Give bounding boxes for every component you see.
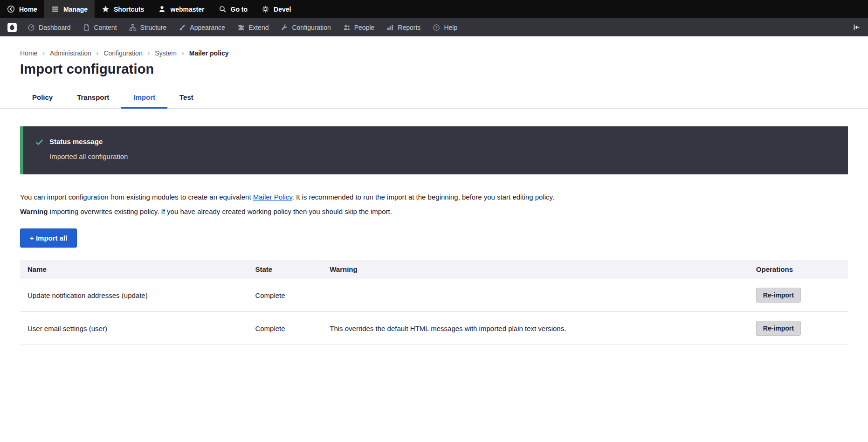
- checkmark-icon: [35, 138, 43, 146]
- warning-paragraph: Warning importing overwrites existing po…: [20, 207, 848, 215]
- main-content: Home › Administration › Configuration › …: [0, 36, 868, 345]
- breadcrumb-separator: ›: [96, 49, 99, 57]
- menu-item-dashboard[interactable]: Dashboard: [21, 18, 77, 36]
- toolbar-item-label: Go to: [231, 6, 248, 13]
- cell-state: Complete: [248, 279, 322, 312]
- toolbar-item-user[interactable]: webmaster: [151, 0, 211, 18]
- menu-item-label: Content: [94, 24, 117, 31]
- toolbar-item-label: Devel: [274, 6, 291, 13]
- cell-name: Update notification addresses (update): [20, 279, 248, 312]
- tab-bar: Policy Transport Import Test: [0, 88, 868, 109]
- breadcrumb-separator: ›: [182, 49, 184, 57]
- menu-item-structure[interactable]: Structure: [123, 18, 173, 36]
- toolbar-item-manage[interactable]: Manage: [44, 0, 95, 18]
- svg-text:?: ?: [435, 25, 438, 30]
- table-header-row: Name State Warning Operations: [20, 260, 848, 279]
- gear-icon: [262, 5, 269, 13]
- toolbar-item-devel[interactable]: Devel: [255, 0, 298, 18]
- menu-item-label: People: [354, 24, 375, 31]
- reimport-button[interactable]: Re-import: [756, 288, 801, 303]
- warning-text: importing overwrites existing policy. If…: [48, 207, 392, 215]
- gauge-icon: [28, 24, 35, 31]
- admin-menu-bar: Dashboard Content Structure: [0, 18, 868, 36]
- tab-test[interactable]: Test: [167, 88, 206, 109]
- cell-warning: [322, 279, 749, 312]
- tab-policy[interactable]: Policy: [20, 88, 65, 109]
- status-message-body: Imported all configuration: [49, 152, 128, 160]
- reimport-button[interactable]: Re-import: [756, 321, 801, 336]
- breadcrumb-system[interactable]: System: [155, 49, 177, 57]
- breadcrumb-administration[interactable]: Administration: [50, 49, 91, 57]
- admin-toolbar: Home Manage Shortcuts webmaster: [0, 0, 868, 18]
- toolbar-item-goto[interactable]: Go to: [212, 0, 255, 18]
- breadcrumb: Home › Administration › Configuration › …: [20, 49, 848, 57]
- import-table: Name State Warning Operations Update not…: [20, 260, 848, 345]
- menu-item-label: Configuration: [292, 24, 331, 31]
- intro-text-after: . It is recommended to run the import at…: [292, 193, 555, 201]
- column-header-state: State: [248, 260, 322, 279]
- document-icon: [83, 24, 90, 31]
- breadcrumb-home[interactable]: Home: [20, 49, 37, 57]
- breadcrumb-mailer-policy: Mailer policy: [189, 49, 229, 57]
- people-icon: [343, 24, 351, 31]
- table-row: Update notification addresses (update) C…: [20, 279, 848, 312]
- toolbar-item-label: Shortcuts: [114, 6, 144, 13]
- toolbar-collapse-icon[interactable]: [845, 18, 868, 36]
- menu-item-label: Structure: [140, 24, 167, 31]
- menu-item-people[interactable]: People: [337, 18, 381, 36]
- menu-item-reports[interactable]: Reports: [380, 18, 427, 36]
- sitemap-icon: [129, 24, 137, 31]
- breadcrumb-separator: ›: [42, 49, 45, 57]
- column-header-warning: Warning: [322, 260, 749, 279]
- breadcrumb-separator: ›: [148, 49, 150, 57]
- column-header-operations: Operations: [749, 260, 848, 279]
- back-arrow-icon: [7, 5, 15, 13]
- column-header-name: Name: [20, 260, 248, 279]
- mailer-policy-link[interactable]: Mailer Policy: [253, 193, 292, 201]
- toolbar-item-label: Home: [19, 6, 37, 13]
- question-icon: ?: [433, 24, 440, 31]
- menu-item-help[interactable]: ? Help: [427, 18, 463, 36]
- menu-item-content[interactable]: Content: [77, 18, 123, 36]
- search-icon: [219, 5, 227, 13]
- toolbar-item-shortcuts[interactable]: Shortcuts: [95, 0, 151, 18]
- menu-item-label: Appearance: [190, 24, 225, 31]
- table-row: User email settings (user) Complete This…: [20, 312, 848, 345]
- intro-text-before: You can import configuration from existi…: [20, 193, 253, 201]
- menu-item-extend[interactable]: Extend: [231, 18, 275, 36]
- status-message-title: Status message: [49, 138, 128, 145]
- paintbrush-icon: [179, 24, 186, 31]
- tab-import[interactable]: Import: [121, 88, 167, 109]
- toolbar-item-label: Manage: [63, 6, 88, 13]
- import-all-button[interactable]: + Import all: [20, 228, 77, 248]
- menu-item-label: Reports: [398, 24, 420, 31]
- page-title: Import configuration: [20, 62, 848, 77]
- star-icon: [102, 5, 110, 13]
- status-message: Status message Imported all configuratio…: [20, 126, 848, 174]
- warning-label: Warning: [20, 207, 48, 215]
- menu-item-label: Extend: [248, 24, 269, 31]
- bar-chart-icon: [386, 24, 394, 31]
- toolbar-item-home[interactable]: Home: [0, 0, 44, 18]
- cell-state: Complete: [248, 312, 322, 345]
- toolbar-item-label: webmaster: [170, 6, 204, 13]
- cell-name: User email settings (user): [20, 312, 248, 345]
- tab-transport[interactable]: Transport: [65, 88, 121, 109]
- user-icon: [158, 5, 166, 13]
- puzzle-icon: [237, 24, 245, 31]
- cell-warning: This overrides the default HTML messages…: [322, 312, 749, 345]
- breadcrumb-configuration[interactable]: Configuration: [103, 49, 142, 57]
- hamburger-icon: [51, 5, 59, 13]
- menu-item-label: Dashboard: [39, 24, 71, 31]
- drupal-logo-icon[interactable]: [3, 18, 21, 36]
- menu-item-appearance[interactable]: Appearance: [172, 18, 231, 36]
- wrench-icon: [281, 24, 288, 31]
- menu-item-configuration[interactable]: Configuration: [275, 18, 337, 36]
- menu-item-label: Help: [444, 24, 457, 31]
- intro-paragraph: You can import configuration from existi…: [20, 193, 848, 201]
